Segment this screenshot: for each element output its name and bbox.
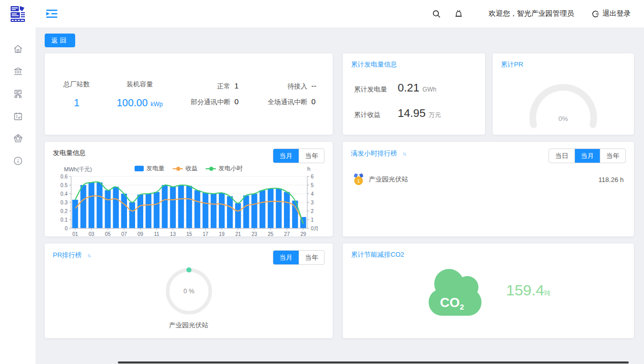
sort-icon[interactable]: ↑↓ bbox=[87, 253, 90, 258]
svg-text:25: 25 bbox=[268, 231, 274, 237]
total-stations-label: 总厂站数 bbox=[49, 80, 105, 89]
svg-text:0: 0 bbox=[65, 226, 68, 231]
svg-text:19: 19 bbox=[219, 231, 225, 237]
bank-icon bbox=[13, 66, 23, 77]
pr-donut: 0 % 产业园光伏站 bbox=[53, 266, 325, 330]
svg-text:0.6: 0.6 bbox=[60, 174, 68, 179]
co2-cloud-icon: CO2 bbox=[426, 264, 485, 316]
top-header: 欢迎您，智光产业园管理员 退出登录 bbox=[0, 0, 644, 27]
pr-gauge-value: 0% bbox=[559, 115, 568, 123]
svg-text:05: 05 bbox=[105, 231, 111, 237]
cumulative-generation-value: 0.21 bbox=[398, 81, 420, 95]
pr-donut-value: 0 % bbox=[183, 288, 195, 295]
capacity-unit: kWp bbox=[150, 101, 163, 108]
legend-item-generation[interactable]: 发电量 bbox=[135, 164, 165, 173]
main-content: 返回 总厂站数 1 装机容量 100.00 kWp 正常1 部分通讯中断0 bbox=[36, 27, 644, 364]
svg-text:1: 1 bbox=[311, 217, 314, 223]
sidebar-item-stations[interactable] bbox=[7, 60, 29, 82]
full-offline-value: 0 bbox=[311, 97, 329, 106]
sitemap-icon bbox=[13, 88, 23, 99]
sidebar-item-reports[interactable] bbox=[7, 105, 29, 127]
svg-text:3: 3 bbox=[311, 200, 314, 205]
svg-text:1: 1 bbox=[357, 178, 360, 184]
generation-chart-title: 发电量信息 bbox=[53, 148, 86, 158]
sidebar-item-devices[interactable] bbox=[7, 82, 29, 105]
svg-text:15: 15 bbox=[186, 231, 192, 237]
tab-current-month[interactable]: 当月 bbox=[273, 251, 299, 264]
pr-ranking-tabs: 当月 当年 bbox=[273, 250, 325, 265]
chart-legend: MWh(千元) 发电量 收益 发电小时 h bbox=[53, 164, 325, 173]
svg-text:21: 21 bbox=[235, 231, 241, 237]
donut-marker bbox=[186, 267, 191, 272]
svg-text:0.2: 0.2 bbox=[60, 208, 68, 214]
right-axis-name: h bbox=[307, 166, 310, 172]
tab-current-month[interactable]: 当月 bbox=[574, 149, 600, 163]
svg-text:07: 07 bbox=[121, 231, 127, 237]
svg-text:6: 6 bbox=[311, 174, 314, 179]
cumulative-income-row: 累计收益 14.95 万元 bbox=[351, 107, 477, 120]
capacity-value: 100.00 kWp bbox=[105, 97, 175, 109]
full-hours-ranking-tabs: 当日 当月 当年 bbox=[549, 148, 626, 163]
svg-text:0.3: 0.3 bbox=[60, 200, 68, 205]
generation-chart-tabs: 当月 当年 bbox=[273, 148, 325, 163]
generation-bar-chart[interactable]: 00月0.110.220.330.440.550.660103050709111… bbox=[53, 173, 325, 240]
cumulative-generation-title: 累计发电量信息 bbox=[351, 60, 477, 69]
svg-text:0.5: 0.5 bbox=[60, 183, 68, 188]
pr-gauge: 0% bbox=[501, 70, 626, 132]
co2-panel: 累计节能减排CO2 CO2 159.4吨 bbox=[343, 244, 634, 338]
cumulative-pr-panel: 累计PR 0% bbox=[493, 53, 634, 135]
full-hours-ranking-panel: 满发小时排行榜 ↑↓ 当日 当月 当年 bbox=[343, 142, 634, 236]
cumulative-income-value: 14.95 bbox=[398, 107, 426, 120]
sidebar-item-home[interactable] bbox=[7, 38, 29, 60]
tab-current-month[interactable]: 当月 bbox=[273, 149, 299, 163]
welcome-text: 欢迎您，智光产业园管理员 bbox=[489, 9, 574, 18]
tab-current-day[interactable]: 当日 bbox=[549, 149, 574, 163]
svg-text:5: 5 bbox=[311, 183, 314, 188]
sidebar-item-analysis[interactable] bbox=[7, 127, 29, 149]
dashboard-app: 欢迎您，智光产业园管理员 退出登录 bbox=[0, 0, 644, 364]
legend-bar-swatch bbox=[135, 166, 144, 171]
pr-ranking-title: PR排行榜 bbox=[53, 251, 82, 259]
co2-title: 累计节能减排CO2 bbox=[351, 250, 626, 259]
info-icon bbox=[13, 156, 23, 166]
back-button[interactable]: 返回 bbox=[45, 34, 75, 47]
logout-button[interactable]: 退出登录 bbox=[591, 9, 631, 18]
search-icon[interactable] bbox=[432, 10, 441, 18]
horizontal-scrollbar[interactable] bbox=[118, 361, 629, 363]
svg-text:01: 01 bbox=[72, 231, 78, 237]
svg-text:23: 23 bbox=[251, 231, 257, 237]
ranking-row[interactable]: 1 产业园光伏站 118.26 h bbox=[351, 173, 626, 186]
logout-icon bbox=[591, 10, 600, 18]
alarm-icon[interactable] bbox=[454, 9, 463, 18]
partial-offline-value: 0 bbox=[234, 97, 251, 106]
total-stations-value: 1 bbox=[49, 97, 105, 109]
legend-line-swatch-green bbox=[206, 168, 216, 169]
svg-text:09: 09 bbox=[138, 231, 144, 237]
tab-current-year[interactable]: 当年 bbox=[299, 251, 324, 264]
sidebar-item-about[interactable] bbox=[7, 149, 29, 172]
logout-label: 退出登录 bbox=[602, 9, 631, 18]
legend-item-hours[interactable]: 发电小时 bbox=[206, 164, 243, 173]
menu-fold-icon[interactable] bbox=[46, 9, 58, 19]
medal-1-icon: 1 bbox=[353, 173, 364, 186]
svg-text:4: 4 bbox=[311, 191, 314, 197]
tab-current-year[interactable]: 当年 bbox=[600, 149, 625, 163]
legend-item-income[interactable]: 收益 bbox=[173, 164, 198, 173]
normal-value: 1 bbox=[234, 81, 251, 90]
svg-text:03: 03 bbox=[89, 231, 95, 237]
company-logo[interactable] bbox=[0, 5, 36, 23]
pending-value: -- bbox=[311, 81, 329, 90]
svg-text:27: 27 bbox=[284, 231, 290, 237]
tab-current-year[interactable]: 当年 bbox=[299, 149, 324, 163]
svg-text:0.4: 0.4 bbox=[60, 191, 68, 197]
sort-icon[interactable]: ↑↓ bbox=[402, 151, 405, 157]
sidebar bbox=[0, 27, 36, 364]
svg-text:17: 17 bbox=[203, 231, 209, 237]
pr-ranking-panel: PR排行榜 ↑↓ 当月 当年 0 % bbox=[45, 244, 333, 338]
station-stats-panel: 总厂站数 1 装机容量 100.00 kWp 正常1 部分通讯中断0 待接入--… bbox=[45, 53, 333, 135]
pending-label: 待接入 bbox=[287, 82, 307, 91]
co2-value: 159.4吨 bbox=[506, 282, 551, 299]
legend-line-swatch-orange bbox=[173, 168, 183, 169]
normal-label: 正常 bbox=[217, 82, 230, 91]
svg-text:0.1: 0.1 bbox=[60, 217, 68, 223]
